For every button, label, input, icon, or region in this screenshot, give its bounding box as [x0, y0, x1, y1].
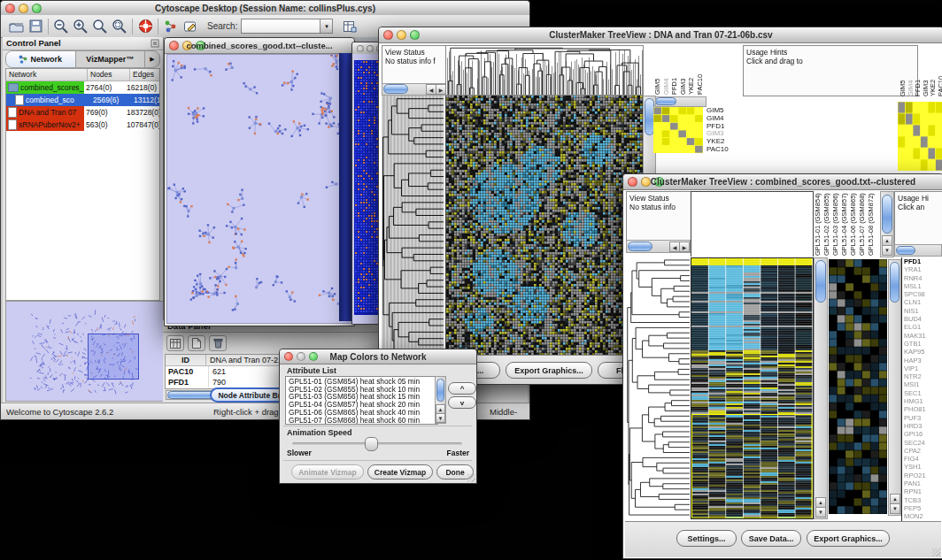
animate-vizmap-button[interactable]: Animate Vizmap — [291, 464, 364, 479]
main-window-title: Cytoscape Desktop (Session Name: collins… — [1, 4, 529, 13]
scroll-thumb[interactable] — [436, 379, 444, 402]
scroll-down-icon[interactable]: ▼ — [882, 245, 892, 256]
scroll-thumb[interactable] — [815, 260, 826, 303]
scroll-thumb[interactable] — [383, 84, 408, 94]
network-canvas[interactable] — [166, 54, 352, 324]
zoom-selected-button[interactable] — [90, 18, 110, 35]
attr-col-id[interactable]: ID — [166, 355, 206, 365]
delete-attribute-icon[interactable] — [209, 335, 227, 351]
speed-slider-thumb[interactable] — [365, 437, 378, 451]
scroll-thumb[interactable] — [896, 246, 915, 255]
dialog-titlebar[interactable]: Map Colors to Network — [280, 349, 476, 364]
folder-icon — [8, 83, 19, 92]
column-dendrogram-area[interactable] — [691, 191, 814, 257]
column-label: PAC10 — [936, 48, 942, 96]
zoomview-matrix-canvas[interactable] — [898, 102, 942, 171]
save-data-button[interactable]: Save Data... — [741, 530, 801, 547]
attribute-item[interactable]: GPL51-07 (GSM868) heat shock 60 min — [289, 417, 437, 425]
scroll-down-icon[interactable]: ▼ — [890, 503, 900, 514]
zoom-heatmap-canvas[interactable] — [829, 259, 887, 514]
move-up-button[interactable]: ^ — [448, 382, 476, 395]
scroll-down-icon[interactable]: ▼ — [815, 507, 826, 518]
gene-label: VIP1 — [904, 364, 942, 372]
control-panel-title: Control Panel — [6, 38, 61, 48]
save-session-button[interactable] — [26, 18, 45, 35]
labels-vscrollbar[interactable]: ▲ ▼ — [880, 191, 894, 257]
new-attribute-icon[interactable] — [188, 335, 205, 351]
desktop: Cytoscape Desktop (Session Name: collins… — [0, 0, 942, 560]
tab-overflow-button[interactable]: ▶ — [144, 51, 159, 67]
treeview-combined-titlebar[interactable]: ClusterMaker TreeView : combined_scores_… — [623, 174, 942, 190]
help-lifering-icon[interactable] — [135, 18, 155, 35]
gene-label: RPN1 — [904, 487, 942, 495]
scroll-thumb[interactable] — [628, 242, 652, 251]
zoom-out-button[interactable] — [51, 18, 71, 35]
network-row-selected[interactable]: combined_sco 2569(6) 13112(15) — [6, 94, 159, 106]
network-row[interactable]: sRNAPuberNov2+ 563(0) 107847(0) — [6, 119, 159, 131]
network-row[interactable]: combined_scores_ 2764(0) 16218(0) — [6, 81, 159, 94]
table-import-icon[interactable] — [340, 18, 359, 35]
network-nodes-icon[interactable] — [161, 18, 181, 35]
tab-network[interactable]: Network — [6, 51, 76, 67]
network-tree-table: Network Nodes Edges combined_scores_ 276… — [5, 68, 160, 301]
usage-hints-title: Usage Hi — [898, 194, 942, 203]
zoom-fit-button[interactable] — [110, 18, 129, 35]
network-row[interactable]: DNA and Tran 07 769(0) 183728(0) — [6, 106, 159, 119]
view-status-hscrollbar[interactable]: ◀ ▶ — [382, 83, 447, 96]
treeview-dna-titlebar[interactable]: ClusterMaker TreeView : DNA and Tran 07-… — [379, 27, 942, 43]
birdseye-canvas[interactable] — [6, 302, 161, 399]
array-label: GPL51-04 (GSM857) — [840, 191, 849, 256]
view-status-panel: View Status No status info — [626, 191, 694, 243]
array-column-labels: GPL51-01 (GSM854)GPL51-02 (GSM855)GPL51-… — [814, 191, 879, 256]
attribute-list-vscrollbar[interactable]: ▲ ▼ — [435, 376, 446, 424]
gene-label: CLN1 — [904, 298, 942, 306]
heatmap-vscrollbar[interactable]: ▲ ▼ — [814, 257, 828, 519]
scroll-thumb[interactable] — [655, 97, 676, 105]
export-graphics-button[interactable]: Export Graphics... — [807, 530, 890, 547]
attribute-list[interactable]: GPL51-01 (GSM854) heat shock 05 minGPL51… — [285, 376, 438, 425]
col-network[interactable]: Network — [6, 69, 88, 81]
row-dendrogram-canvas[interactable] — [626, 257, 690, 518]
scroll-thumb[interactable] — [882, 195, 892, 234]
column-dendrogram-canvas[interactable] — [445, 45, 644, 96]
create-vizmap-button[interactable]: Create Vizmap — [367, 464, 433, 479]
view-status-title: View Status — [385, 48, 447, 57]
toolbar-separator — [158, 19, 158, 35]
float-panel-icon[interactable] — [151, 39, 159, 48]
view-status-hscrollbar[interactable]: ◀ ▶ — [626, 240, 691, 253]
zoomview-hscrollbar[interactable] — [653, 96, 706, 107]
treeview-dna-title: ClusterMaker TreeView : DNA and Tran 07-… — [379, 30, 942, 40]
col-nodes[interactable]: Nodes — [88, 69, 130, 81]
resize-grip[interactable] — [467, 474, 475, 482]
heatmap-canvas[interactable] — [445, 96, 643, 355]
birdseye-overview[interactable] — [5, 301, 164, 402]
usage-hints-hscrollbar[interactable] — [894, 244, 942, 257]
scroll-right-icon[interactable]: ▶ — [679, 242, 690, 252]
zoom-vscrollbar[interactable]: ▲ ▼ — [888, 259, 901, 516]
main-titlebar[interactable]: Cytoscape Desktop (Session Name: collins… — [1, 1, 529, 16]
network-tab-icon — [19, 55, 27, 64]
cluster-matrix-canvas[interactable] — [653, 107, 703, 153]
tab-vizmapper[interactable]: VizMapper™ — [76, 51, 145, 67]
move-down-button[interactable]: v — [448, 396, 476, 409]
heatmap-canvas[interactable] — [691, 257, 814, 519]
search-dropdown-icon[interactable]: ▾ — [320, 19, 333, 34]
row-dendrogram-canvas[interactable] — [382, 96, 444, 355]
resize-grip[interactable] — [932, 548, 940, 556]
export-graphics-button[interactable]: Export Graphics... — [506, 362, 592, 379]
scroll-down-icon[interactable]: ▼ — [436, 413, 445, 423]
network-view-title: combined_scores_good.txt--cluste... — [165, 41, 354, 50]
data-panel-toolbar — [166, 335, 230, 351]
open-file-button[interactable] — [6, 18, 26, 35]
network-view-titlebar[interactable]: combined_scores_good.txt--cluste... — [165, 38, 354, 54]
search-label: Search: — [207, 21, 237, 31]
col-edges[interactable]: Edges — [130, 69, 159, 81]
slower-label: Slower — [287, 449, 312, 457]
settings-button[interactable]: Settings... — [676, 530, 737, 547]
select-attributes-icon[interactable] — [166, 335, 184, 351]
annotation-icon[interactable] — [181, 18, 200, 35]
scroll-thumb[interactable] — [890, 262, 900, 303]
column-label: GIM4 — [662, 48, 671, 95]
zoom-in-button[interactable] — [71, 18, 90, 35]
search-input[interactable] — [241, 19, 320, 34]
